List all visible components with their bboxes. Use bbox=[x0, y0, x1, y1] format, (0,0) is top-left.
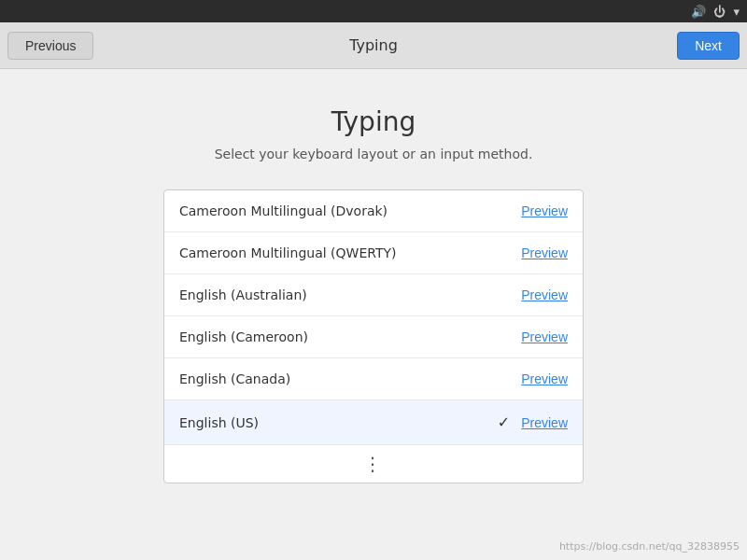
preview-link[interactable]: Preview bbox=[521, 245, 568, 260]
power-icon[interactable]: ⏻ bbox=[713, 5, 726, 19]
volume-icon[interactable]: 🔊 bbox=[691, 5, 706, 19]
keyboard-row-right: ✓Preview bbox=[498, 413, 568, 431]
nav-title: Typing bbox=[349, 36, 398, 54]
main-content: Typing Select your keyboard layout or an… bbox=[0, 69, 747, 560]
keyboard-row[interactable]: English (Cameroon)Preview bbox=[164, 316, 583, 358]
preview-link[interactable]: Preview bbox=[521, 287, 568, 302]
preview-link[interactable]: Preview bbox=[521, 329, 568, 344]
selected-checkmark-icon: ✓ bbox=[498, 413, 510, 431]
keyboard-name: Cameroon Multilingual (Dvorak) bbox=[179, 203, 388, 218]
page-subtitle: Select your keyboard layout or an input … bbox=[215, 147, 533, 161]
nav-bar: Previous Typing Next bbox=[0, 22, 747, 69]
previous-button[interactable]: Previous bbox=[7, 32, 93, 60]
dropdown-icon[interactable]: ▾ bbox=[733, 5, 740, 19]
next-button[interactable]: Next bbox=[677, 32, 740, 60]
preview-link[interactable]: Preview bbox=[521, 203, 568, 218]
keyboard-row-right: Preview bbox=[521, 203, 568, 218]
more-dots-icon: ⋮ bbox=[363, 455, 384, 473]
keyboard-row-right: Preview bbox=[521, 245, 568, 260]
system-bar: 🔊 ⏻ ▾ bbox=[0, 0, 747, 22]
keyboard-row-left: English (US) bbox=[179, 415, 259, 430]
keyboard-row-left: English (Australian) bbox=[179, 287, 307, 302]
keyboard-name: Cameroon Multilingual (QWERTY) bbox=[179, 245, 397, 260]
watermark: https://blog.csdn.net/qq_32838955 bbox=[559, 540, 740, 553]
preview-link[interactable]: Preview bbox=[521, 371, 568, 386]
keyboard-row[interactable]: Cameroon Multilingual (QWERTY)Preview bbox=[164, 232, 583, 274]
keyboard-name: English (Cameroon) bbox=[179, 329, 308, 344]
keyboard-row-right: Preview bbox=[521, 287, 568, 302]
keyboard-row[interactable]: English (US)✓Preview bbox=[164, 400, 583, 445]
keyboard-name: English (Australian) bbox=[179, 287, 307, 302]
keyboard-name: English (Canada) bbox=[179, 371, 290, 386]
keyboard-row[interactable]: English (Canada)Preview bbox=[164, 358, 583, 400]
keyboard-row[interactable]: English (Australian)Preview bbox=[164, 274, 583, 316]
page-title: Typing bbox=[331, 106, 416, 137]
keyboard-row-right: Preview bbox=[521, 371, 568, 386]
preview-link[interactable]: Preview bbox=[521, 415, 568, 430]
more-row[interactable]: ⋮ bbox=[164, 445, 583, 483]
keyboard-row-left: English (Cameroon) bbox=[179, 329, 308, 344]
keyboard-row-left: Cameroon Multilingual (Dvorak) bbox=[179, 203, 388, 218]
keyboard-row-left: Cameroon Multilingual (QWERTY) bbox=[179, 245, 397, 260]
keyboard-row-right: Preview bbox=[521, 329, 568, 344]
keyboard-row-left: English (Canada) bbox=[179, 371, 290, 386]
keyboard-name: English (US) bbox=[179, 415, 259, 430]
keyboard-row[interactable]: Cameroon Multilingual (Dvorak)Preview bbox=[164, 190, 583, 232]
keyboard-list: Cameroon Multilingual (Dvorak)PreviewCam… bbox=[163, 189, 584, 483]
